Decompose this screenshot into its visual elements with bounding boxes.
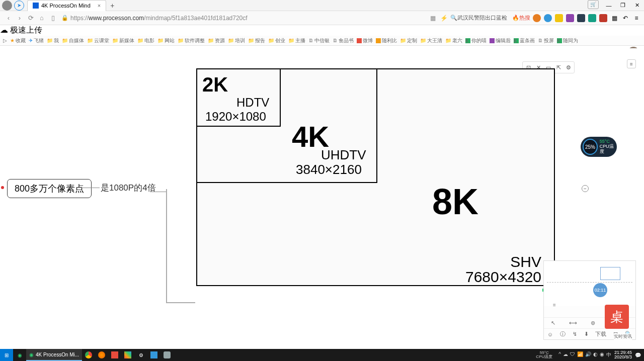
minimap-foot-4[interactable]: ⬇ xyxy=(584,331,589,337)
ext-icon-1[interactable] xyxy=(532,14,541,23)
tray-icon[interactable]: 🛡 xyxy=(570,351,575,358)
home-button[interactable]: ⌂ xyxy=(36,13,47,24)
bookmark-item[interactable]: 📁自媒体 xyxy=(62,37,84,44)
minimap-foot-download[interactable]: 下载 xyxy=(595,330,606,338)
zoom-out-button[interactable]: − xyxy=(582,185,589,192)
ext-grid-icon[interactable]: ▦ xyxy=(610,14,619,23)
minimap-view[interactable]: 02:11 xyxy=(544,261,635,306)
bookmark-item[interactable]: 编辑后 xyxy=(490,37,511,44)
bookmark-item[interactable]: 📁电影 xyxy=(137,37,154,44)
url-display[interactable]: 🔒 https:// www.processon.com /mindmap/5f… xyxy=(61,15,248,22)
tray-icon[interactable]: 中 xyxy=(606,351,611,358)
ext-icon-2[interactable] xyxy=(543,14,552,23)
bookmark-item[interactable]: 📁资源 xyxy=(208,37,225,44)
mindmap-root-dot xyxy=(1,186,4,189)
taskbar-firefox-icon[interactable] xyxy=(95,349,108,361)
bookmark-item[interactable]: 📁软件调整 xyxy=(178,37,205,44)
window-close-button[interactable]: ✕ xyxy=(630,0,644,11)
bookmark-item[interactable]: 📁新媒体 xyxy=(112,37,134,44)
bookmark-item[interactable]: 📁创业 xyxy=(268,37,285,44)
trending-link[interactable]: 🔥热搜 xyxy=(512,14,530,22)
tray-icon[interactable]: ◉ xyxy=(600,351,604,358)
palette-btn-5[interactable]: ⚙ xyxy=(564,63,573,72)
cart-icon[interactable]: 🛒 xyxy=(588,0,599,9)
bookmark-item[interactable]: 📁定制 xyxy=(400,37,417,44)
canvas[interactable]: ≡ ⊡ ✕ ▭ ⇱ ⚙ 800多万个像素点 是1080P的4倍 8K SHV 7… xyxy=(0,48,644,349)
tray-icon[interactable]: ^ xyxy=(558,351,561,358)
bookmark-item[interactable]: ✈飞猪 xyxy=(29,37,44,44)
flash-icon[interactable]: ⚡ xyxy=(439,14,448,23)
browser-menu-icon[interactable]: ≡ xyxy=(632,14,641,23)
bookmark-expand-icon[interactable]: ▷ xyxy=(3,38,7,43)
taskbar-app-icon[interactable] xyxy=(160,349,174,361)
ext-icon-3[interactable] xyxy=(554,14,564,23)
taskbar-clock[interactable]: 21:29:45 2020/8/3 xyxy=(614,350,632,359)
tab-close-icon[interactable]: × xyxy=(98,3,101,9)
cpu-widget[interactable]: 25% 55°C CPU温度 xyxy=(581,137,617,157)
taskbar-chrome-icon[interactable] xyxy=(82,349,95,361)
minimap-tool-3[interactable]: ⊚ xyxy=(591,320,595,326)
start-button[interactable]: ⊞ xyxy=(0,349,13,361)
taskbar-processon[interactable]: ◉ 4K ProcessOn Mi... xyxy=(26,349,82,361)
resolution-diagram[interactable]: 8K SHV 7680×4320 4K UHDTV 3840×2160 2K H… xyxy=(196,68,555,286)
tray-icon[interactable]: 🔊 xyxy=(585,351,591,358)
new-tab-button[interactable]: + xyxy=(110,2,114,10)
minimap-foot-1[interactable]: ☺ xyxy=(547,331,553,337)
window-maximize-button[interactable]: ❐ xyxy=(616,0,630,11)
minimap-tool-1[interactable]: ↖ xyxy=(551,320,555,326)
taskbar-wechat-icon[interactable]: ◉ xyxy=(13,349,26,361)
upload-badge[interactable]: ☁ 极速上传 xyxy=(0,25,644,36)
minimap-tool-2[interactable]: ⟷ xyxy=(569,320,577,326)
nav-send-icon[interactable]: ➤ xyxy=(14,1,24,11)
notifications-icon[interactable]: 💬 xyxy=(635,352,641,358)
tray-icon[interactable]: ☁ xyxy=(563,351,568,358)
side-panel-toggle[interactable]: ≡ xyxy=(627,59,636,68)
taskbar-app-icon[interactable] xyxy=(108,349,121,361)
bookmark-item[interactable]: ★收藏 xyxy=(10,37,26,44)
mindmap-node[interactable]: 800多万个像素点 xyxy=(7,179,92,198)
minimap-foot-2[interactable]: ⓘ xyxy=(560,330,566,338)
browser-undo-icon[interactable]: ↶ xyxy=(621,14,630,23)
taskbar-app-icon[interactable] xyxy=(147,349,160,361)
ext-icon-7[interactable] xyxy=(599,14,608,23)
reload-button[interactable]: ⟳ xyxy=(25,13,36,24)
bookmark-item[interactable]: 📁培训 xyxy=(228,37,245,44)
search-box[interactable]: 🔍 武汉民警陪出口蓝检 xyxy=(450,14,507,22)
bookmark-item[interactable]: 📁报告 xyxy=(248,37,265,44)
bookmark-item[interactable]: 微博 xyxy=(357,37,373,44)
bookmark-item[interactable]: 📁老六 xyxy=(445,37,462,44)
minimap-time-bubble[interactable]: 02:11 xyxy=(593,283,607,297)
minimap-foot-3[interactable]: ↯ xyxy=(573,331,577,337)
shield-icon[interactable]: ▯ xyxy=(47,13,58,24)
taskbar-app-icon[interactable] xyxy=(121,349,134,361)
window-minimize-button[interactable]: — xyxy=(602,0,616,11)
bookmark-item[interactable]: 📁主播 xyxy=(288,37,305,44)
bookmark-item[interactable]: 📁我 xyxy=(47,37,59,44)
bookmark-item[interactable]: 🗎中信银 xyxy=(308,37,330,44)
bookmark-item[interactable]: K蓝条画 xyxy=(514,37,535,44)
bookmark-item[interactable]: K随同为 xyxy=(557,37,578,44)
bookmark-item[interactable]: 🗎投屏 xyxy=(538,37,554,44)
palette-btn-4[interactable]: ⇱ xyxy=(554,63,563,72)
bookmark-item[interactable]: K你的喵 xyxy=(465,37,487,44)
bookmark-item[interactable]: 🗎食品书 xyxy=(333,37,354,44)
qr-icon[interactable]: ▦ xyxy=(428,14,437,23)
ext-icon-4[interactable] xyxy=(566,14,575,23)
bookmark-item[interactable]: 📁大王清 xyxy=(420,37,442,44)
taskbar-settings-icon[interactable]: ⚙ xyxy=(134,349,147,361)
profile-avatar-icon[interactable] xyxy=(2,1,12,11)
bookmark-item[interactable]: 📁网站 xyxy=(157,37,175,44)
tray-icon[interactable]: 📶 xyxy=(577,351,583,358)
desktop-shortcut-icon[interactable]: 桌 xyxy=(605,305,629,329)
ext-icon-6[interactable] xyxy=(588,14,597,23)
tray-icon[interactable]: ◐ xyxy=(593,351,598,358)
minimap-viewport[interactable] xyxy=(600,267,620,280)
bookmark-item[interactable]: 随利比 xyxy=(376,37,397,44)
taskbar-weather[interactable]: 55°C CPU温度 xyxy=(536,351,552,359)
ext-icon-5[interactable] xyxy=(577,14,586,23)
bookmark-item[interactable]: 📁云课堂 xyxy=(87,37,109,44)
nav-forward-button[interactable]: › xyxy=(14,13,25,24)
mindmap-subtext[interactable]: 是1080P的4倍 xyxy=(101,182,156,194)
nav-back-button[interactable]: ‹ xyxy=(3,13,14,24)
browser-tab[interactable]: 4K ProcessOn Mind × xyxy=(27,0,106,11)
